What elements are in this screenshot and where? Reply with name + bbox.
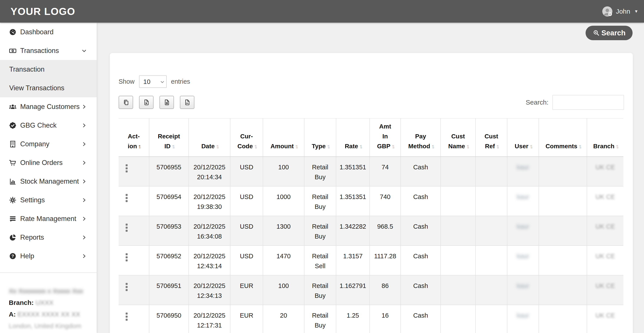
row-actions-kebab-menu[interactable] [124,251,130,263]
table-row: 5706953 20/12/2025 16:34:08 USD 1300 Ret… [118,216,623,246]
chevron-right-icon [81,141,87,147]
branch-cell: UK CE [587,246,623,275]
sidebar-item-help[interactable]: ? Help [0,247,97,265]
sidebar-item-label: Online Orders [20,159,81,167]
table-row: 5706955 20/12/2025 20:14:34 USD 100 Reta… [118,156,623,186]
sidebar-item-company[interactable]: Company [0,135,97,153]
comments-cell [539,305,587,333]
table-row: 5706951 20/12/2025 12:34:13 EUR 100 Reta… [118,275,623,305]
cur-code-cell: EUR [230,275,263,305]
branch-cell: UK CE [587,156,623,186]
copy-icon [122,99,129,106]
comments-cell [539,216,587,246]
sidebar-item-reports[interactable]: Reports [0,228,97,247]
action-cell [118,275,149,305]
sidebar-item-view-transactions[interactable]: View Transactions [0,79,97,97]
column-header-branch[interactable]: Branch↑↓ [587,118,623,156]
row-actions-kebab-menu[interactable] [124,310,130,323]
table-search-input[interactable] [552,95,624,110]
export-buttons [118,96,194,109]
sidebar-item-label: GBG Check [20,122,81,130]
user-value-blurred: kaur [517,282,529,289]
sort-arrows-icon: ↑↓ [172,143,174,150]
amt-in-gbp-cell: 968.5 [370,216,401,246]
column-header-cur-code[interactable]: Cur- Code↑↓ [230,118,263,156]
receipt-id-cell: 5706954 [149,186,189,216]
cart-icon [9,159,17,167]
user-value-blurred: kaur [517,164,529,171]
sidebar-item-dashboard[interactable]: Dashboard [0,22,97,41]
branch-cell: UK CE [587,216,623,246]
column-header-comments[interactable]: Comments↑↓ [539,118,587,156]
column-header-user[interactable]: User↑↓ [507,118,539,156]
action-cell [118,156,149,186]
sort-arrows-icon: ↑↓ [216,143,218,150]
column-header-receipt-id[interactable]: Receipt ID↑↓ [149,118,189,156]
entries-select[interactable]: 10 [139,75,167,88]
type-cell: Retail Buy [304,305,336,333]
gear-icon [9,196,17,204]
pie-chart-icon [9,234,17,242]
export-pdf-button[interactable] [180,96,194,109]
sort-arrows-icon: ↑↓ [530,143,531,150]
row-actions-kebab-menu[interactable] [124,281,130,293]
export-csv-button[interactable] [160,96,174,109]
table-row: 5706952 20/12/2025 12:43:14 USD 1470 Ret… [118,246,623,275]
column-header-pay-method[interactable]: Pay Method↑↓ [401,118,440,156]
cur-code-cell: USD [230,156,263,186]
rate-cell: 1.351351 [336,186,370,216]
branch-value-blurred: UXXX [36,299,54,306]
row-actions-kebab-menu[interactable] [124,162,130,174]
sidebar-item-online-orders[interactable]: Online Orders [0,153,97,172]
export-excel-button[interactable] [139,96,154,109]
table-search-field: Search: [526,95,624,110]
caret-down-icon: ▼ [634,9,638,14]
copy-button[interactable] [118,96,133,109]
column-header-amt-in-gbp[interactable]: Amt In GBP↑↓ [370,118,401,156]
row-actions-kebab-menu[interactable] [124,192,130,204]
search-button[interactable]: Search [586,26,632,40]
type-cell: Retail Sell [304,246,336,275]
user-cell: kaur [507,275,539,305]
search-plus-icon [592,29,600,37]
column-header-date[interactable]: Date↑↓ [189,118,230,156]
column-header-action[interactable]: Act- ion↑↓ [118,118,149,156]
address-value-blurred: EXXXX XXXX XX XX [18,310,80,318]
amount-cell: 20 [263,305,304,333]
building-icon [9,140,17,148]
user-name: John [616,8,630,15]
date-cell: 20/12/2025 12:43:14 [189,246,230,275]
sidebar-item-stock-management[interactable]: Stock Management [0,172,97,191]
cust-name-cell [440,156,476,186]
main-content: View Transaction Search Show 10 entries [97,22,644,333]
receipt-id-cell: 5706950 [149,305,189,333]
column-header-type[interactable]: Type↑↓ [304,118,336,156]
date-cell: 20/12/2025 12:34:13 [189,275,230,305]
sort-arrows-icon: ↑↓ [327,143,328,150]
sidebar-item-manage-customers[interactable]: Manage Customers [0,97,97,116]
user-value-blurred: kaur [517,312,529,319]
branch-value-blurred: UK CE [596,252,615,260]
user-cell: kaur [507,246,539,275]
sidebar-item-settings[interactable]: Settings [0,191,97,209]
column-header-cust-name[interactable]: Cust Name↑↓ [440,118,476,156]
sidebar-item-gbg-check[interactable]: GBG Check [0,116,97,135]
row-actions-kebab-menu[interactable] [124,222,130,234]
user-value-blurred: kaur [517,252,529,260]
user-cell: kaur [507,156,539,186]
sidebar-item-rate-management[interactable]: Rate Management [0,209,97,228]
sidebar-item-label: Settings [20,196,81,204]
sidebar-item-transactions[interactable]: 1 Transactions [0,41,97,60]
cust-name-cell [440,246,476,275]
column-header-rate[interactable]: Rate↑↓ [336,118,370,156]
transactions-card: Show 10 entries [110,53,633,333]
column-header-cust-ref[interactable]: Cust Ref↑↓ [476,118,507,156]
sidebar-item-transaction[interactable]: Transaction [0,60,97,79]
user-menu[interactable]: John ▼ [602,6,638,16]
city-line-blurred: London, United Kingdom [9,320,90,332]
cust-ref-cell [476,186,507,216]
chevron-right-icon [81,178,87,184]
column-header-amount[interactable]: Amount↑↓ [263,118,304,156]
sort-arrows-icon: ↑↓ [392,143,393,150]
app-logo: YOUR LOGO [10,6,75,17]
